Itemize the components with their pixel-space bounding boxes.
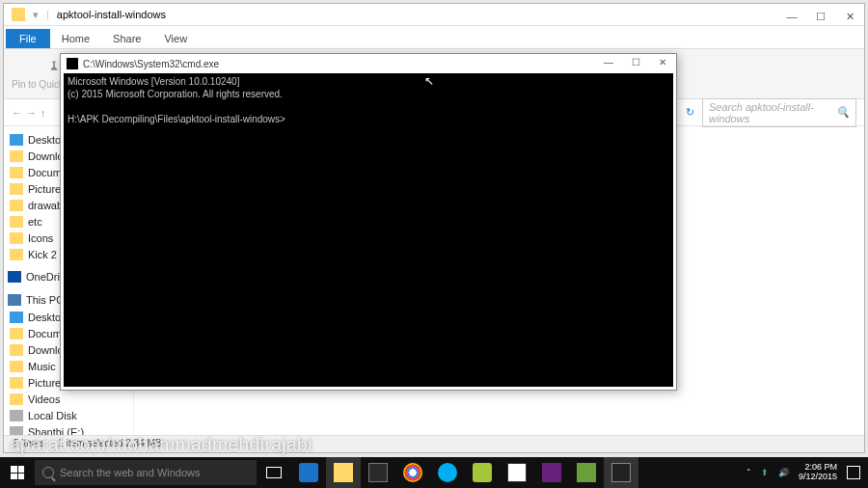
taskbar-search-input[interactable]: Search the web and Windows xyxy=(35,460,257,485)
taskbar-app-cmd[interactable] xyxy=(604,457,638,488)
edge-icon xyxy=(299,463,318,482)
sidebar-item-label: Kick 2 xyxy=(28,249,57,260)
sidebar-icon xyxy=(10,312,23,323)
taskbar-app-androidstudio[interactable] xyxy=(569,457,604,488)
sidebar-item-label: Local Disk xyxy=(28,410,77,421)
cmd-terminal[interactable]: Microsoft Windows [Version 10.0.10240] (… xyxy=(64,73,673,387)
ribbon-tabs: File Home Share View xyxy=(4,26,864,49)
cmd-window[interactable]: C:\Windows\System32\cmd.exe — ☐ ✕ Micros… xyxy=(60,53,677,391)
bluetooth-icon[interactable]: ⬆ xyxy=(761,468,769,477)
tab-share[interactable]: Share xyxy=(101,29,152,48)
taskbar-app-android[interactable] xyxy=(465,457,500,488)
taskbar-apps xyxy=(257,457,638,488)
sidebar-item-label: Music xyxy=(28,361,56,372)
refresh-button[interactable]: ↻ xyxy=(686,106,694,119)
system-tray: ˄ ⬆ 🔊 2:06 PM 9/12/2015 xyxy=(746,463,868,482)
maximize-button[interactable]: ☐ xyxy=(622,54,649,71)
sidebar-icon xyxy=(10,216,23,228)
tab-file[interactable]: File xyxy=(6,29,50,48)
search-input[interactable]: Search apktool-install-windows 🔍 xyxy=(702,98,856,127)
cmd-icon xyxy=(67,58,78,69)
sidebar-icon xyxy=(10,167,23,178)
store-icon xyxy=(368,463,388,482)
sidebar-icon xyxy=(10,410,23,421)
vs-icon xyxy=(542,463,561,482)
folder-icon xyxy=(12,8,25,21)
sidebar-item[interactable]: Local Disk xyxy=(6,407,131,423)
sidebar-item-label: Videos xyxy=(28,393,60,405)
sidebar-icon xyxy=(10,361,23,372)
cmd-titlebar[interactable]: C:\Windows\System32\cmd.exe — ☐ ✕ xyxy=(61,54,676,73)
task-view-icon xyxy=(266,467,282,478)
watermark-text: aparat.com/mohammadmehdirajabi xyxy=(10,434,312,455)
sidebar-icon xyxy=(10,377,23,389)
sidebar-item-label: etc xyxy=(28,216,42,228)
sidebar-item[interactable]: Videos xyxy=(6,391,131,407)
taskbar: Search the web and Windows ˄ ⬆ 🔊 2:06 PM… xyxy=(0,457,868,488)
pc-icon xyxy=(8,294,21,306)
minimize-button[interactable]: — xyxy=(777,7,806,26)
chrome-icon xyxy=(403,463,422,482)
taskbar-app-edge[interactable] xyxy=(291,457,326,488)
search-icon xyxy=(42,467,54,478)
taskbar-app-store[interactable] xyxy=(361,457,395,488)
window-title: apktool-install-windows xyxy=(57,9,166,20)
brackets-icon xyxy=(507,463,527,482)
sidebar-icon xyxy=(10,328,23,339)
sidebar-icon xyxy=(10,200,23,211)
skype-icon xyxy=(438,463,457,482)
sidebar-icon xyxy=(10,150,23,162)
taskbar-app-chrome[interactable] xyxy=(395,457,430,488)
cmd-prompt: H:\APK Decompiling\Files\apktool-install… xyxy=(68,114,285,124)
close-button[interactable]: ✕ xyxy=(835,7,864,26)
search-icon: 🔍 xyxy=(836,106,850,119)
forward-button[interactable]: → xyxy=(26,107,37,119)
sidebar-icon xyxy=(10,232,23,244)
tab-home[interactable]: Home xyxy=(50,29,101,48)
sidebar-icon xyxy=(10,183,23,195)
cmd-line: (c) 2015 Microsoft Corporation. All righ… xyxy=(68,89,283,99)
start-button[interactable] xyxy=(0,457,35,488)
taskbar-app-brackets[interactable] xyxy=(500,457,534,488)
taskbar-app-skype[interactable] xyxy=(430,457,465,488)
task-view-button[interactable] xyxy=(257,457,291,488)
cmd-icon xyxy=(611,463,631,482)
notifications-icon[interactable] xyxy=(847,466,860,479)
down-caret-icon[interactable]: ▾ xyxy=(33,9,39,21)
clock[interactable]: 2:06 PM 9/12/2015 xyxy=(799,463,837,482)
explorer-titlebar[interactable]: ▾ | apktool-install-windows — ☐ ✕ xyxy=(4,4,864,26)
sidebar-icon xyxy=(10,249,23,260)
sidebar-icon xyxy=(10,344,23,356)
folder-icon xyxy=(334,463,353,482)
back-button[interactable]: ← xyxy=(12,107,22,119)
sidebar-item-label: Icons xyxy=(28,232,53,244)
sidebar-icon xyxy=(10,393,23,405)
minimize-button[interactable]: — xyxy=(595,54,622,71)
android-icon xyxy=(473,463,492,482)
onedrive-icon xyxy=(8,271,21,283)
cmd-title: C:\Windows\System32\cmd.exe xyxy=(83,59,219,69)
tab-view[interactable]: View xyxy=(152,29,199,48)
windows-logo-icon xyxy=(11,466,24,479)
volume-icon[interactable]: 🔊 xyxy=(778,468,789,477)
tray-chevron-icon[interactable]: ˄ xyxy=(746,468,751,477)
maximize-button[interactable]: ☐ xyxy=(806,7,835,26)
up-button[interactable]: ↑ xyxy=(41,107,46,119)
close-button[interactable]: ✕ xyxy=(649,54,676,71)
taskbar-app-visualstudio[interactable] xyxy=(534,457,569,488)
separator: | xyxy=(46,9,49,20)
androidstudio-icon xyxy=(577,463,596,482)
sidebar-icon xyxy=(10,134,23,146)
taskbar-app-explorer[interactable] xyxy=(326,457,361,488)
cmd-line: Microsoft Windows [Version 10.0.10240] xyxy=(68,76,239,87)
